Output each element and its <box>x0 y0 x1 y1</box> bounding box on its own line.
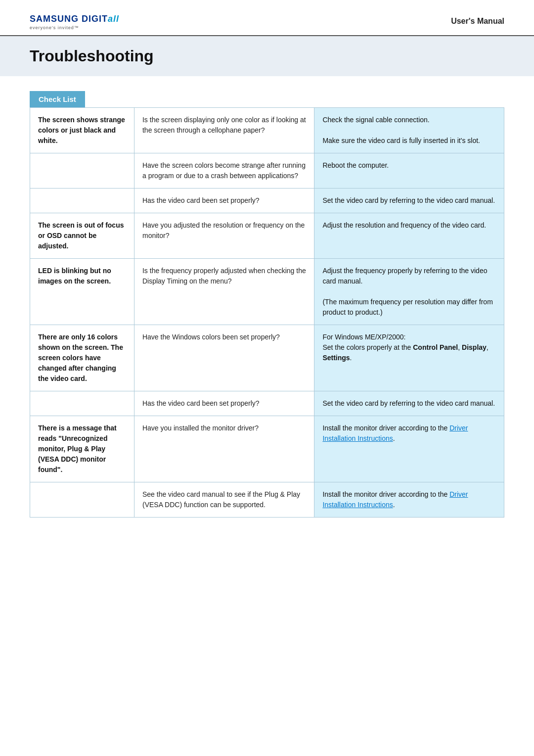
bold-text: Display <box>462 343 487 351</box>
answer-cell: Adjust the resolution and frequency of t… <box>314 213 504 259</box>
table-row: There is a message that reads "Unrecogni… <box>30 416 504 482</box>
symptom-cell: There is a message that reads "Unrecogni… <box>30 416 134 482</box>
logo-area: SAMSUNG DIGITall everyone's invited™ <box>30 14 119 30</box>
question-cell: Is the screen displaying only one color … <box>134 108 314 153</box>
answer-cell: Adjust the frequency properly by referri… <box>314 259 504 325</box>
troubleshoot-table: The screen shows strange colors or just … <box>30 107 504 518</box>
question-cell: Have you installed the monitor driver? <box>134 416 314 482</box>
answer-cell: Install the monitor driver according to … <box>314 416 504 482</box>
answer-cell: Set the video card by referring to the v… <box>314 189 504 213</box>
table-row: Have the screen colors become strange af… <box>30 153 504 189</box>
page-title: Troubleshooting <box>30 47 504 65</box>
logo-tagline: everyone's invited™ <box>30 25 119 30</box>
table-row: There are only 16 colors shown on the sc… <box>30 325 504 391</box>
symptom-cell: There are only 16 colors shown on the sc… <box>30 325 134 391</box>
symptom-cell: The screen is out of focus or OSD cannot… <box>30 213 134 259</box>
table-row: LED is blinking but no images on the scr… <box>30 259 504 325</box>
answer-cell: Set the video card by referring to the v… <box>314 391 504 416</box>
manual-title: User's Manual <box>451 14 504 26</box>
answer-cell: Install the monitor driver according to … <box>314 482 504 518</box>
page-title-section: Troubleshooting <box>0 36 534 76</box>
checklist-header: Check List <box>30 91 85 107</box>
samsung-logo: SAMSUNG DIGITall <box>30 14 119 24</box>
driver-instructions-link[interactable]: Driver Installation Instructions <box>322 424 468 442</box>
answer-cell: Check the signal cable connection.Make s… <box>314 108 504 153</box>
bold-text: Control Panel <box>413 343 458 351</box>
table-row: The screen is out of focus or OSD cannot… <box>30 213 504 259</box>
question-cell: Is the frequency properly adjusted when … <box>134 259 314 325</box>
driver-instructions-link-2[interactable]: Driver Installation Instructions <box>322 490 468 509</box>
answer-cell: Reboot the computer. <box>314 153 504 189</box>
table-row: See the video card manual to see if the … <box>30 482 504 518</box>
table-row: The screen shows strange colors or just … <box>30 108 504 153</box>
question-cell: Has the video card been set properly? <box>134 189 314 213</box>
question-cell: Have the screen colors become strange af… <box>134 153 314 189</box>
question-cell: See the video card manual to see if the … <box>134 482 314 518</box>
header: SAMSUNG DIGITall everyone's invited™ Use… <box>0 0 534 36</box>
question-cell: Has the video card been set properly? <box>134 391 314 416</box>
symptom-cell <box>30 482 134 518</box>
table-row: Has the video card been set properly? Se… <box>30 391 504 416</box>
question-cell: Have the Windows colors been set properl… <box>134 325 314 391</box>
symptom-cell <box>30 153 134 189</box>
symptom-cell <box>30 189 134 213</box>
answer-cell: For Windows ME/XP/2000:Set the colors pr… <box>314 325 504 391</box>
content: Check List The screen shows strange colo… <box>0 76 534 537</box>
page: SAMSUNG DIGITall everyone's invited™ Use… <box>0 0 534 756</box>
symptom-cell: The screen shows strange colors or just … <box>30 108 134 153</box>
table-row: Has the video card been set properly? Se… <box>30 189 504 213</box>
bold-text: Settings <box>322 354 350 362</box>
symptom-cell <box>30 391 134 416</box>
question-cell: Have you adjusted the resolution or freq… <box>134 213 314 259</box>
symptom-cell: LED is blinking but no images on the scr… <box>30 259 134 325</box>
